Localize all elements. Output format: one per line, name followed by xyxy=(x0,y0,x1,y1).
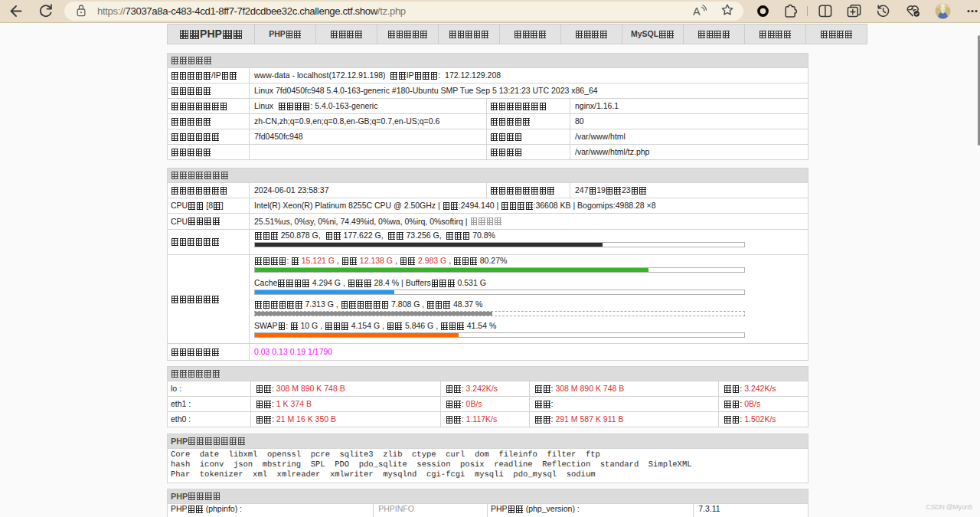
svg-text:A: A xyxy=(693,5,701,18)
